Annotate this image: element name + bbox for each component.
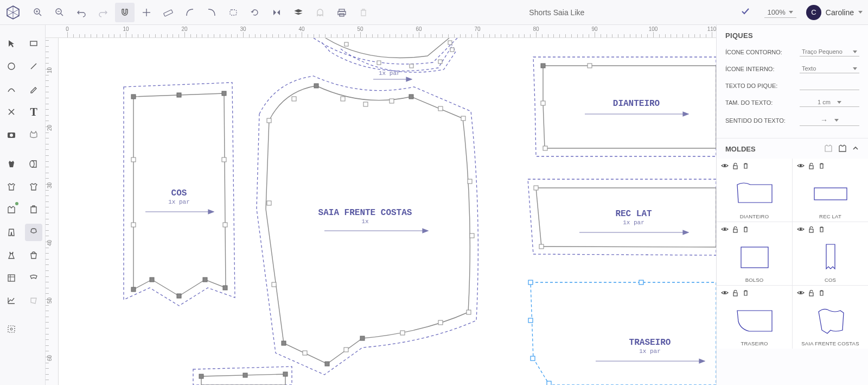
- molde-name: SAIA FRENTE COSTAS: [797, 340, 864, 346]
- svg-point-100: [724, 228, 726, 230]
- svg-point-107: [800, 292, 802, 294]
- select-sentido[interactable]: →: [800, 115, 859, 126]
- close-icon[interactable]: [3, 103, 20, 121]
- shirt2-icon[interactable]: [25, 178, 42, 195]
- eye-icon[interactable]: [797, 289, 805, 298]
- trash-icon[interactable]: [742, 289, 749, 298]
- doc-title[interactable]: Shorts Saia Like: [529, 8, 584, 17]
- svg-rect-39: [131, 223, 136, 227]
- trash-icon[interactable]: [354, 3, 373, 22]
- moldes-view1-icon[interactable]: [824, 144, 832, 154]
- trash-icon[interactable]: [818, 289, 825, 298]
- circle-icon[interactable]: [3, 58, 20, 75]
- tape-icon[interactable]: [25, 155, 42, 173]
- lock-icon[interactable]: [732, 226, 739, 235]
- lock-icon[interactable]: [808, 289, 815, 298]
- bag-icon[interactable]: [25, 247, 42, 264]
- molde-card[interactable]: DIANTEIRO: [717, 159, 792, 222]
- svg-rect-94: [283, 372, 288, 376]
- chart-icon[interactable]: [3, 292, 20, 310]
- pants-icon[interactable]: [3, 224, 20, 241]
- crosshair-icon[interactable]: [137, 3, 156, 22]
- shirt-icon[interactable]: [3, 178, 20, 195]
- print-icon[interactable]: [332, 3, 352, 22]
- select-tam-texto[interactable]: 1 cm: [800, 98, 859, 107]
- top-toolbar: Shorts Saia Like 100% C Caroline: [0, 0, 868, 25]
- svg-rect-68: [272, 282, 276, 287]
- dashed-shape-icon[interactable]: [224, 3, 243, 22]
- zoom-in-icon[interactable]: [28, 3, 48, 22]
- cursor-icon[interactable]: [3, 35, 20, 52]
- molde-thumb: [721, 173, 788, 212]
- curve2-icon[interactable]: [202, 3, 221, 22]
- select-icone-interno[interactable]: Texto: [800, 64, 859, 73]
- zoom-select[interactable]: 100%: [764, 7, 796, 18]
- shirt4-icon[interactable]: [25, 201, 42, 218]
- svg-rect-41: [131, 287, 136, 292]
- line-icon[interactable]: [25, 58, 42, 75]
- svg-rect-55: [409, 94, 413, 99]
- ghost-icon[interactable]: [310, 3, 330, 22]
- molde-card[interactable]: REC LAT: [793, 159, 868, 222]
- lock-icon[interactable]: [732, 162, 739, 171]
- curve-tool-icon[interactable]: [180, 3, 200, 22]
- zoom-out-icon[interactable]: [50, 3, 69, 22]
- layers-icon[interactable]: [289, 3, 308, 22]
- pencil-icon[interactable]: [25, 80, 42, 98]
- input-texto-pique[interactable]: [800, 81, 859, 90]
- eye-icon[interactable]: [721, 225, 729, 235]
- svg-rect-102: [741, 247, 768, 268]
- moldes-view2-icon[interactable]: [838, 144, 846, 154]
- dress-icon[interactable]: [3, 247, 20, 264]
- svg-rect-15: [30, 41, 37, 46]
- molde-card[interactable]: TRASEIRO: [717, 286, 792, 349]
- piece-ghost-icon[interactable]: [25, 292, 42, 310]
- svg-rect-101: [733, 229, 737, 232]
- camera-icon[interactable]: [3, 126, 20, 143]
- sleeve-icon[interactable]: [25, 224, 42, 241]
- mirror-icon[interactable]: [267, 3, 286, 22]
- lock-icon[interactable]: [808, 162, 815, 171]
- rectangle-icon[interactable]: [25, 35, 42, 52]
- svg-rect-96: [733, 166, 737, 169]
- check-icon[interactable]: [741, 7, 750, 18]
- piece-traseiro: TRASEIRO 1x par: [528, 280, 716, 385]
- select-icone-contorno[interactable]: Traço Pequeno: [800, 47, 859, 56]
- magnet-icon[interactable]: [115, 3, 135, 22]
- refresh-icon[interactable]: [245, 3, 265, 22]
- eye-icon[interactable]: [721, 289, 729, 298]
- undo-icon[interactable]: [72, 3, 91, 22]
- trash-icon[interactable]: [742, 162, 749, 171]
- eye-icon[interactable]: [797, 225, 805, 235]
- text-icon[interactable]: T: [25, 103, 42, 121]
- svg-rect-13: [338, 11, 346, 15]
- trash-icon[interactable]: [818, 226, 825, 235]
- collar-icon[interactable]: [25, 269, 42, 287]
- cat-icon[interactable]: [25, 126, 42, 143]
- ruler-vertical: 102030405060: [46, 38, 59, 385]
- trash-icon[interactable]: [818, 162, 825, 171]
- lock-icon[interactable]: [732, 289, 739, 298]
- ruler-icon[interactable]: [158, 3, 178, 22]
- right-panel: PIQUES ÍCONE CONTORNO:Traço Pequeno ÍCON…: [716, 25, 868, 385]
- selection-rect-icon[interactable]: [3, 320, 20, 338]
- chevron-up-icon[interactable]: [852, 144, 859, 154]
- molde-card[interactable]: COS: [793, 222, 868, 285]
- svg-rect-60: [467, 310, 471, 314]
- app-logo-icon[interactable]: [5, 5, 21, 20]
- lock-icon[interactable]: [808, 226, 815, 235]
- redo-icon[interactable]: [93, 3, 113, 22]
- template-icon[interactable]: [3, 269, 20, 287]
- eye-icon[interactable]: [721, 162, 729, 171]
- svg-rect-42: [150, 277, 154, 282]
- shirt3-icon[interactable]: [3, 201, 20, 218]
- trash-icon[interactable]: [742, 226, 749, 235]
- user-menu[interactable]: C Caroline: [806, 5, 863, 20]
- svg-point-97: [800, 165, 802, 167]
- body-icon[interactable]: [3, 155, 20, 173]
- molde-card[interactable]: SAIA FRENTE COSTAS: [793, 286, 868, 349]
- canvas[interactable]: 1x par COS 1x par: [59, 38, 716, 385]
- molde-card[interactable]: BOLSO: [717, 222, 792, 285]
- eye-icon[interactable]: [797, 162, 805, 171]
- curve-icon[interactable]: [3, 80, 20, 98]
